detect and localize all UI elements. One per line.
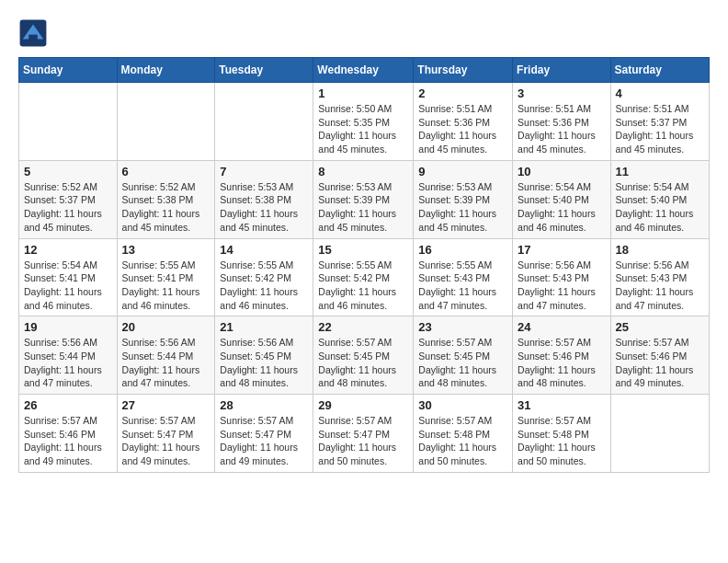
calendar-cell: 4Sunrise: 5:51 AM Sunset: 5:37 PM Daylig… <box>610 83 709 161</box>
calendar-cell <box>215 83 313 161</box>
calendar-cell: 16Sunrise: 5:55 AM Sunset: 5:43 PM Dayli… <box>414 238 513 316</box>
calendar-cell: 1Sunrise: 5:50 AM Sunset: 5:35 PM Daylig… <box>313 83 414 161</box>
weekday-header-wednesday: Wednesday <box>313 58 414 83</box>
weekday-header-thursday: Thursday <box>414 58 513 83</box>
day-info: Sunrise: 5:53 AM Sunset: 5:39 PM Dayligh… <box>418 180 507 235</box>
calendar-cell <box>117 83 215 161</box>
calendar-cell: 17Sunrise: 5:56 AM Sunset: 5:43 PM Dayli… <box>513 238 611 316</box>
day-info: Sunrise: 5:57 AM Sunset: 5:48 PM Dayligh… <box>518 414 606 468</box>
day-number: 24 <box>518 320 606 334</box>
day-number: 16 <box>418 243 507 257</box>
calendar-cell: 20Sunrise: 5:56 AM Sunset: 5:44 PM Dayli… <box>117 316 215 395</box>
day-info: Sunrise: 5:55 AM Sunset: 5:42 PM Dayligh… <box>220 259 308 313</box>
calendar-cell: 3Sunrise: 5:51 AM Sunset: 5:36 PM Daylig… <box>513 83 611 161</box>
day-info: Sunrise: 5:51 AM Sunset: 5:36 PM Dayligh… <box>518 102 606 156</box>
calendar-cell <box>610 395 709 473</box>
logo-icon <box>18 18 48 48</box>
day-info: Sunrise: 5:55 AM Sunset: 5:41 PM Dayligh… <box>122 259 210 313</box>
calendar-cell: 24Sunrise: 5:57 AM Sunset: 5:46 PM Dayli… <box>513 316 611 395</box>
calendar-cell: 31Sunrise: 5:57 AM Sunset: 5:48 PM Dayli… <box>513 395 611 473</box>
week-row-3: 12Sunrise: 5:54 AM Sunset: 5:41 PM Dayli… <box>19 238 710 316</box>
svg-rect-2 <box>28 35 38 40</box>
day-number: 5 <box>24 165 112 178</box>
day-info: Sunrise: 5:57 AM Sunset: 5:46 PM Dayligh… <box>24 414 112 468</box>
day-info: Sunrise: 5:51 AM Sunset: 5:37 PM Dayligh… <box>616 102 704 156</box>
calendar-cell: 12Sunrise: 5:54 AM Sunset: 5:41 PM Dayli… <box>19 238 118 316</box>
day-number: 2 <box>418 86 507 100</box>
day-info: Sunrise: 5:57 AM Sunset: 5:46 PM Dayligh… <box>518 336 606 390</box>
day-number: 23 <box>418 320 507 334</box>
day-number: 4 <box>616 86 704 100</box>
day-number: 12 <box>24 243 112 257</box>
day-number: 28 <box>220 398 308 412</box>
day-info: Sunrise: 5:54 AM Sunset: 5:41 PM Dayligh… <box>24 259 112 313</box>
day-info: Sunrise: 5:55 AM Sunset: 5:43 PM Dayligh… <box>418 259 507 313</box>
calendar-cell: 14Sunrise: 5:55 AM Sunset: 5:42 PM Dayli… <box>215 238 313 316</box>
page-header <box>18 18 710 48</box>
calendar-cell: 15Sunrise: 5:55 AM Sunset: 5:42 PM Dayli… <box>313 238 414 316</box>
calendar-cell: 6Sunrise: 5:52 AM Sunset: 5:38 PM Daylig… <box>117 160 215 238</box>
day-number: 26 <box>24 398 112 412</box>
logo <box>18 18 51 48</box>
day-info: Sunrise: 5:54 AM Sunset: 5:40 PM Dayligh… <box>518 180 606 235</box>
day-info: Sunrise: 5:55 AM Sunset: 5:42 PM Dayligh… <box>318 259 408 313</box>
day-number: 14 <box>220 243 308 257</box>
day-number: 30 <box>418 398 507 412</box>
day-number: 8 <box>318 165 408 178</box>
day-info: Sunrise: 5:57 AM Sunset: 5:48 PM Dayligh… <box>418 414 507 468</box>
day-info: Sunrise: 5:57 AM Sunset: 5:45 PM Dayligh… <box>318 336 408 390</box>
day-number: 1 <box>318 86 408 100</box>
calendar-cell: 27Sunrise: 5:57 AM Sunset: 5:47 PM Dayli… <box>117 395 215 473</box>
day-number: 10 <box>518 165 606 178</box>
day-info: Sunrise: 5:57 AM Sunset: 5:47 PM Dayligh… <box>122 414 210 468</box>
day-info: Sunrise: 5:50 AM Sunset: 5:35 PM Dayligh… <box>318 102 408 156</box>
day-info: Sunrise: 5:57 AM Sunset: 5:47 PM Dayligh… <box>318 414 408 468</box>
day-number: 21 <box>220 320 308 334</box>
calendar-cell: 18Sunrise: 5:56 AM Sunset: 5:43 PM Dayli… <box>610 238 709 316</box>
day-number: 6 <box>122 165 210 178</box>
weekday-header-sunday: Sunday <box>19 58 118 83</box>
day-number: 29 <box>318 398 408 412</box>
week-row-5: 26Sunrise: 5:57 AM Sunset: 5:46 PM Dayli… <box>19 395 710 473</box>
calendar-cell: 9Sunrise: 5:53 AM Sunset: 5:39 PM Daylig… <box>414 160 513 238</box>
day-number: 31 <box>518 398 606 412</box>
day-info: Sunrise: 5:56 AM Sunset: 5:45 PM Dayligh… <box>220 336 308 390</box>
calendar-cell: 8Sunrise: 5:53 AM Sunset: 5:39 PM Daylig… <box>313 160 414 238</box>
calendar-cell: 29Sunrise: 5:57 AM Sunset: 5:47 PM Dayli… <box>313 395 414 473</box>
weekday-header-tuesday: Tuesday <box>215 58 313 83</box>
weekday-header-friday: Friday <box>513 58 611 83</box>
day-number: 7 <box>220 165 308 178</box>
day-info: Sunrise: 5:56 AM Sunset: 5:44 PM Dayligh… <box>122 336 210 390</box>
day-number: 15 <box>318 243 408 257</box>
day-info: Sunrise: 5:53 AM Sunset: 5:38 PM Dayligh… <box>220 180 308 235</box>
day-info: Sunrise: 5:57 AM Sunset: 5:47 PM Dayligh… <box>220 414 308 468</box>
calendar-cell: 25Sunrise: 5:57 AM Sunset: 5:46 PM Dayli… <box>610 316 709 395</box>
day-info: Sunrise: 5:56 AM Sunset: 5:43 PM Dayligh… <box>616 259 704 313</box>
day-number: 11 <box>616 165 704 178</box>
day-number: 17 <box>518 243 606 257</box>
weekday-header-saturday: Saturday <box>610 58 709 83</box>
week-row-4: 19Sunrise: 5:56 AM Sunset: 5:44 PM Dayli… <box>19 316 710 395</box>
week-row-1: 1Sunrise: 5:50 AM Sunset: 5:35 PM Daylig… <box>19 83 710 161</box>
calendar-cell: 13Sunrise: 5:55 AM Sunset: 5:41 PM Dayli… <box>117 238 215 316</box>
day-number: 22 <box>318 320 408 334</box>
day-number: 3 <box>518 86 606 100</box>
day-number: 20 <box>122 320 210 334</box>
day-number: 25 <box>616 320 704 334</box>
weekday-header-row: SundayMondayTuesdayWednesdayThursdayFrid… <box>19 58 710 83</box>
calendar-cell: 11Sunrise: 5:54 AM Sunset: 5:40 PM Dayli… <box>610 160 709 238</box>
calendar-cell: 26Sunrise: 5:57 AM Sunset: 5:46 PM Dayli… <box>19 395 118 473</box>
calendar-cell: 19Sunrise: 5:56 AM Sunset: 5:44 PM Dayli… <box>19 316 118 395</box>
calendar-cell: 28Sunrise: 5:57 AM Sunset: 5:47 PM Dayli… <box>215 395 313 473</box>
day-number: 13 <box>122 243 210 257</box>
calendar-cell: 21Sunrise: 5:56 AM Sunset: 5:45 PM Dayli… <box>215 316 313 395</box>
day-number: 9 <box>418 165 507 178</box>
calendar-cell: 30Sunrise: 5:57 AM Sunset: 5:48 PM Dayli… <box>414 395 513 473</box>
day-info: Sunrise: 5:53 AM Sunset: 5:39 PM Dayligh… <box>318 180 408 235</box>
day-number: 27 <box>122 398 210 412</box>
calendar-cell: 22Sunrise: 5:57 AM Sunset: 5:45 PM Dayli… <box>313 316 414 395</box>
day-number: 18 <box>616 243 704 257</box>
day-info: Sunrise: 5:57 AM Sunset: 5:46 PM Dayligh… <box>616 336 704 390</box>
calendar-cell: 10Sunrise: 5:54 AM Sunset: 5:40 PM Dayli… <box>513 160 611 238</box>
calendar-cell: 23Sunrise: 5:57 AM Sunset: 5:45 PM Dayli… <box>414 316 513 395</box>
